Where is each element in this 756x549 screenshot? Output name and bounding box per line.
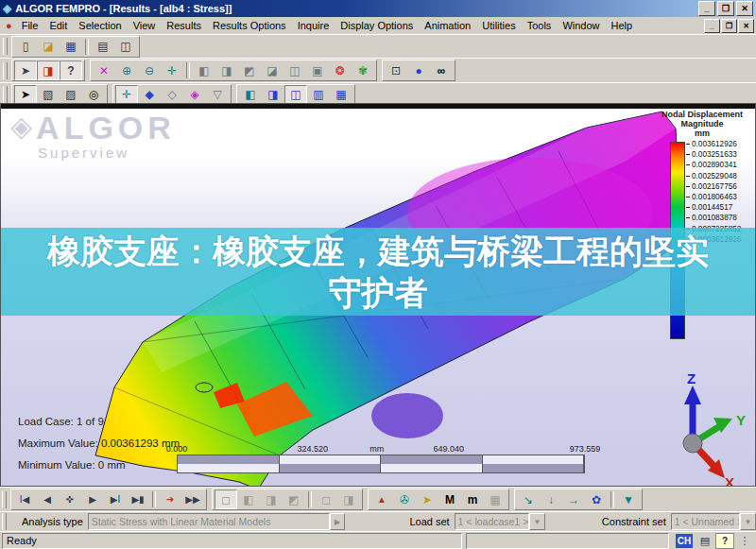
menu-tools[interactable]: Tools (522, 19, 558, 32)
print-preview-button[interactable]: ◫ (114, 37, 137, 57)
menu-display-options[interactable]: Display Options (335, 19, 419, 32)
animation-view-button[interactable]: ◧ (237, 489, 260, 509)
select-vertices-button[interactable]: ➤ (14, 60, 37, 80)
wireframe-mode-button[interactable]: ◧ (239, 85, 262, 105)
fit-to-window-button[interactable]: ⊡ (385, 60, 407, 80)
child-restore-button[interactable]: ❐ (721, 19, 737, 33)
analysis-type-combo[interactable]: Static Stress with Linear Material Model… (88, 513, 330, 530)
shaded-mode-button[interactable]: ◫ (284, 85, 307, 105)
constraint-set-dropdown-button[interactable]: ▼ (740, 513, 756, 530)
open-file-button[interactable]: ◪ (37, 37, 60, 57)
load-set-combo[interactable]: 1 < loadcase1 > (455, 513, 529, 530)
toolbar-grip[interactable] (2, 491, 7, 508)
fast-forward-button[interactable]: ▶▶ (181, 489, 204, 509)
circle-select-button[interactable]: ◎ (82, 85, 105, 105)
menu-utilities[interactable]: Utilities (476, 19, 521, 32)
analysis-type-spin-button[interactable]: ▶ (330, 513, 346, 530)
origin-axes-button[interactable]: ✛ (115, 85, 138, 105)
animation-view-button[interactable]: ◨ (260, 489, 283, 509)
section-mode-button[interactable]: ▦ (330, 85, 352, 105)
menu-inquire[interactable]: Inquire (292, 19, 335, 32)
show-maximum-button[interactable]: M (438, 489, 461, 509)
legend-value: 0.001083878 (692, 214, 737, 222)
find-button[interactable]: ∞ (430, 60, 453, 80)
results-viewport[interactable]: ◈ ALGOR Superview Nodal Displacement Mag… (0, 103, 756, 487)
menu-view[interactable]: View (128, 19, 162, 32)
hidden-line-mode-button[interactable]: ◨ (262, 85, 284, 105)
set-frame-button[interactable]: ✜ (59, 489, 81, 509)
restore-button[interactable]: ❐ (717, 1, 734, 16)
view-back-button[interactable]: ◨ (215, 60, 238, 80)
view-right-button[interactable]: ▣ (306, 60, 329, 80)
animation-view-button[interactable]: ◩ (283, 489, 305, 509)
logo-subtitle: Superview (38, 145, 176, 161)
show-minimum-button[interactable]: m (461, 489, 484, 509)
report-button[interactable]: ▼ (617, 489, 640, 509)
overlay-view-button[interactable]: → (562, 489, 585, 509)
zoom-out-button[interactable]: ⊖ (138, 60, 161, 80)
undisplaced-view-button[interactable]: ↓ (540, 489, 562, 509)
new-file-button[interactable]: ▯ (14, 37, 37, 57)
pan-button[interactable]: ✛ (161, 60, 183, 80)
menu-window[interactable]: Window (557, 19, 605, 32)
toolbar-grip[interactable] (3, 86, 8, 103)
animation-view-button[interactable]: ◻ (215, 489, 237, 509)
isometric-view-button[interactable]: ❂ (329, 60, 352, 80)
menu-file[interactable]: File (16, 19, 44, 32)
close-button[interactable]: ✕ (736, 1, 753, 16)
overflow-dots-icon[interactable]: ⋮ (736, 534, 753, 548)
child-close-button[interactable]: ✕ (738, 19, 754, 33)
toolbar-grip[interactable] (3, 62, 8, 79)
wireframe-cube-button[interactable]: ◇ (161, 85, 183, 105)
menu-help[interactable]: Help (606, 19, 639, 32)
select-parts-button[interactable]: ? (60, 60, 82, 80)
snapshot-button[interactable]: ✇ (393, 489, 416, 509)
displaced-view-button[interactable]: ↘ (517, 489, 540, 509)
filter-button[interactable]: ▽ (206, 85, 229, 105)
last-frame-button[interactable]: ▶▮ (127, 489, 149, 509)
print-button[interactable]: ▤ (92, 37, 114, 57)
help-icon[interactable]: ? (715, 533, 734, 549)
select-surfaces-button[interactable]: ◨ (37, 60, 60, 80)
select-cursor-button[interactable]: ➤ (14, 85, 37, 105)
menu-edit[interactable]: Edit (43, 19, 73, 32)
constraint-set-combo[interactable]: 1 < Unnamed > (671, 513, 740, 530)
shaded-sphere-button[interactable]: ● (407, 60, 430, 80)
mesh-cube-button[interactable]: ◈ (183, 85, 206, 105)
view-front-button[interactable]: ◧ (193, 60, 215, 80)
first-frame-button[interactable]: I◀ (13, 489, 36, 509)
polygon-select-button[interactable]: ▨ (60, 85, 82, 105)
view-left-button[interactable]: ◫ (284, 60, 306, 80)
menu-animation[interactable]: Animation (419, 19, 476, 32)
menu-results[interactable]: Results (161, 19, 207, 32)
toolbar-grip[interactable] (2, 513, 7, 530)
deselect-all-button[interactable]: ✕ (93, 60, 115, 80)
load-set-dropdown-button[interactable]: ▼ (529, 513, 545, 530)
child-minimize-button[interactable]: _ (704, 19, 720, 33)
probe-button[interactable]: ➤ (416, 489, 438, 509)
refresh-results-button[interactable]: ✿ (585, 489, 608, 509)
printer-icon[interactable]: ▤ (696, 534, 713, 548)
menu-results-options[interactable]: Results Options (207, 19, 292, 32)
animate-button[interactable]: ➜ (159, 489, 181, 509)
minimize-button[interactable]: _ (698, 1, 715, 16)
rectangle-select-button[interactable]: ▧ (37, 85, 60, 105)
next-frame-button[interactable]: ▶I (104, 489, 127, 509)
zoom-in-button[interactable]: ⊕ (115, 60, 138, 80)
toolbar-grip[interactable] (3, 38, 8, 55)
save-button[interactable]: ▦ (60, 37, 82, 57)
animation-view-button[interactable]: ◨ (337, 489, 360, 509)
previous-frame-button[interactable]: ◀ (36, 489, 59, 509)
shaded-edges-mode-button[interactable]: ▥ (307, 85, 330, 105)
clipboard-button[interactable]: ▦ (484, 489, 507, 509)
animation-view-button[interactable]: ◻ (315, 489, 337, 509)
annotation-button[interactable]: ▲ (370, 489, 393, 509)
language-indicator-badge[interactable]: CH (676, 534, 693, 548)
title-bar: ◈ ALGOR FEMPRO - [Results - [alb4 : Stre… (0, 0, 756, 17)
menu-selection[interactable]: Selection (73, 19, 127, 32)
rotate-view-button[interactable]: ✾ (352, 60, 374, 80)
view-top-button[interactable]: ◩ (238, 60, 261, 80)
view-bottom-button[interactable]: ◪ (261, 60, 284, 80)
shaded-cube-button[interactable]: ◆ (138, 85, 161, 105)
play-button[interactable]: ▶ (81, 489, 104, 509)
